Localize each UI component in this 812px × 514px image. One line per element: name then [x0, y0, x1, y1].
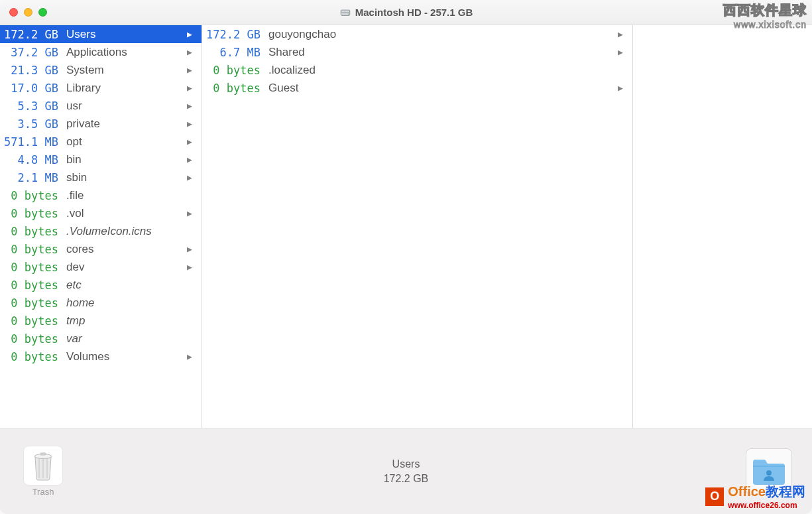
- item-name: Volumes: [66, 350, 184, 363]
- item-name: System: [66, 64, 184, 77]
- selection-size: 172.2 GB: [384, 473, 429, 485]
- selection-name: Users: [384, 458, 429, 470]
- list-item[interactable]: 0 bytes.vol▶: [0, 204, 202, 222]
- minimize-button[interactable]: [24, 8, 32, 17]
- item-name: bin: [66, 153, 184, 166]
- column-1[interactable]: 172.2 GBgouyongchao▶6.7 MBShared▶0 bytes…: [202, 25, 633, 428]
- list-item[interactable]: 0 bytesvar: [0, 330, 202, 348]
- item-size: 17.0 GB: [0, 82, 66, 95]
- chevron-right-icon: ▶: [184, 244, 195, 254]
- svg-rect-1: [341, 10, 350, 12]
- item-name: gouyongchao: [268, 28, 615, 41]
- list-item[interactable]: 5.3 GBusr▶: [0, 97, 202, 115]
- list-item[interactable]: 21.3 GBSystem▶: [0, 61, 202, 79]
- item-name: opt: [66, 135, 184, 149]
- column-browser: 172.2 GBUsers▶37.2 GBApplications▶21.3 G…: [0, 25, 812, 428]
- item-name: tmp: [66, 314, 184, 328]
- list-item[interactable]: 0 byteshome: [0, 294, 202, 312]
- item-name: Users: [66, 28, 184, 41]
- selection-preview[interactable]: [746, 448, 792, 495]
- item-name: .file: [66, 189, 184, 202]
- trash-target[interactable]: Trash: [20, 446, 66, 497]
- item-size: 0 bytes: [0, 261, 66, 274]
- chevron-right-icon: ▶: [184, 83, 195, 93]
- item-size: 0 bytes: [0, 243, 66, 256]
- list-item[interactable]: 571.1 MBopt▶: [0, 133, 202, 151]
- list-item[interactable]: 37.2 GBApplications▶: [0, 43, 202, 61]
- list-item[interactable]: 6.7 MBShared▶: [202, 43, 632, 61]
- list-item[interactable]: 172.2 GBgouyongchao▶: [202, 25, 632, 43]
- selection-info: Users 172.2 GB: [384, 458, 429, 485]
- item-size: 0 bytes: [0, 332, 66, 346]
- item-name: var: [66, 332, 184, 346]
- chevron-right-icon: ▶: [615, 29, 626, 39]
- list-item[interactable]: 4.8 MBbin▶: [0, 151, 202, 168]
- item-name: .VolumeIcon.icns: [66, 225, 184, 238]
- item-size: 3.5 GB: [0, 117, 66, 131]
- item-size: 0 bytes: [0, 189, 66, 202]
- column-0[interactable]: 172.2 GBUsers▶37.2 GBApplications▶21.3 G…: [0, 25, 202, 428]
- item-size: 0 bytes: [0, 279, 66, 292]
- trash-label: Trash: [32, 487, 54, 497]
- chevron-right-icon: ▶: [615, 47, 626, 57]
- item-size: 0 bytes: [0, 296, 66, 310]
- close-button[interactable]: [9, 8, 18, 17]
- item-name: cores: [66, 243, 184, 256]
- item-size: 0 bytes: [0, 225, 66, 238]
- list-item[interactable]: 0 bytes.VolumeIcon.icns: [0, 222, 202, 240]
- list-item[interactable]: 3.5 GBprivate▶: [0, 115, 202, 133]
- item-name: etc: [66, 279, 184, 292]
- list-item[interactable]: 0 bytesGuest▶: [202, 79, 632, 97]
- list-item[interactable]: 0 bytesdev▶: [0, 258, 202, 276]
- svg-rect-4: [40, 453, 46, 455]
- chevron-right-icon: ▶: [184, 65, 195, 75]
- list-item[interactable]: 0 bytescores▶: [0, 240, 202, 258]
- item-size: 0 bytes: [0, 207, 66, 220]
- chevron-right-icon: ▶: [615, 83, 626, 93]
- window-title-text: Macintosh HD - 257.1 GB: [355, 7, 473, 18]
- item-size: 172.2 GB: [0, 28, 66, 41]
- window-title: Macintosh HD - 257.1 GB: [0, 7, 812, 19]
- app-window: Macintosh HD - 257.1 GB 172.2 GBUsers▶37…: [0, 0, 812, 514]
- item-size: 21.3 GB: [0, 64, 66, 77]
- item-size: 0 bytes: [0, 314, 66, 328]
- fullscreen-button[interactable]: [38, 8, 47, 17]
- list-item[interactable]: 17.0 GBLibrary▶: [0, 79, 202, 97]
- chevron-right-icon: ▶: [184, 29, 195, 39]
- item-size: 6.7 MB: [202, 46, 268, 59]
- disk-icon: [339, 7, 351, 19]
- item-name: usr: [66, 99, 184, 113]
- chevron-right-icon: ▶: [184, 155, 195, 164]
- chevron-right-icon: ▶: [184, 262, 195, 272]
- chevron-right-icon: ▶: [184, 352, 195, 361]
- chevron-right-icon: ▶: [184, 101, 195, 111]
- chevron-right-icon: ▶: [184, 47, 195, 57]
- item-size: 0 bytes: [202, 64, 268, 77]
- item-size: 37.2 GB: [0, 46, 66, 59]
- chevron-right-icon: ▶: [184, 208, 195, 218]
- chevron-right-icon: ▶: [184, 172, 195, 182]
- svg-rect-0: [341, 10, 350, 15]
- item-name: .vol: [66, 207, 184, 220]
- footer-bar: Trash Users 172.2 GB: [0, 428, 812, 514]
- item-size: 0 bytes: [202, 82, 268, 95]
- item-name: Shared: [268, 46, 615, 59]
- list-item[interactable]: 0 bytes.localized: [202, 61, 632, 79]
- user-folder-icon: [752, 457, 786, 486]
- list-item[interactable]: 0 bytes.file: [0, 186, 202, 204]
- item-size: 172.2 GB: [202, 28, 268, 41]
- list-item[interactable]: 2.1 MBsbin▶: [0, 168, 202, 186]
- item-name: Guest: [268, 82, 615, 95]
- item-name: Applications: [66, 46, 184, 59]
- item-size: 5.3 GB: [0, 99, 66, 113]
- list-item[interactable]: 0 bytesetc: [0, 276, 202, 294]
- list-item[interactable]: 172.2 GBUsers▶: [0, 25, 202, 43]
- item-size: 0 bytes: [0, 350, 66, 363]
- svg-point-5: [766, 470, 772, 476]
- svg-point-2: [347, 13, 349, 15]
- item-size: 4.8 MB: [0, 153, 66, 166]
- list-item[interactable]: 0 bytestmp: [0, 312, 202, 330]
- item-size: 571.1 MB: [0, 135, 66, 149]
- list-item[interactable]: 0 bytesVolumes▶: [0, 348, 202, 365]
- item-name: home: [66, 296, 184, 310]
